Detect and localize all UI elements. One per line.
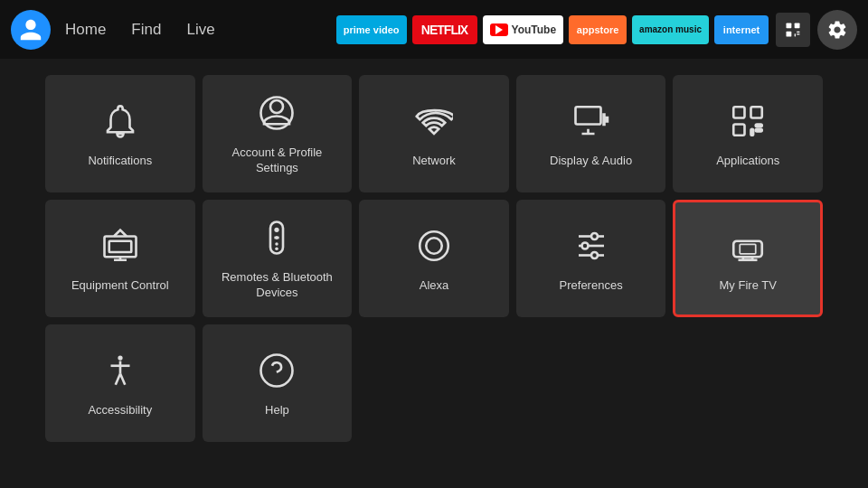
tile-preferences-label: Preferences — [560, 278, 623, 294]
svg-rect-1 — [795, 23, 800, 28]
tile-equipment-control-label: Equipment Control — [71, 278, 169, 294]
svg-point-40 — [261, 354, 293, 386]
nav-home[interactable]: Home — [65, 21, 106, 39]
alexa-icon — [412, 224, 456, 267]
tile-my-fire-tv-label: My Fire TV — [720, 278, 777, 294]
app-internet[interactable]: internet — [714, 15, 769, 44]
tile-accessibility-label: Accessibility — [88, 403, 152, 418]
svg-point-23 — [420, 231, 448, 260]
header: Home Find Live prime video NETFLIX YouTu… — [0, 0, 868, 59]
tile-accessibility[interactable]: Accessibility — [45, 324, 195, 442]
app-shortcuts: prime video NETFLIX YouTube appstore ama… — [336, 15, 769, 44]
svg-rect-0 — [787, 23, 792, 28]
tile-remotes-bluetooth-label: Remotes & Bluetooth Devices — [212, 270, 344, 301]
svg-rect-13 — [756, 124, 762, 127]
svg-rect-8 — [575, 107, 600, 124]
svg-point-24 — [426, 238, 442, 254]
svg-rect-10 — [751, 107, 762, 117]
app-amazon-music[interactable]: amazon music — [632, 15, 709, 44]
svg-rect-14 — [751, 128, 754, 135]
nav-find[interactable]: Find — [131, 21, 161, 39]
svg-rect-32 — [740, 244, 756, 254]
svg-point-22 — [276, 248, 279, 251]
settings-main: Notifications Account & Profile Settings… — [0, 59, 868, 458]
person-circle-icon — [255, 91, 298, 135]
tile-preferences[interactable]: Preferences — [516, 200, 666, 317]
tile-notifications[interactable]: Notifications — [45, 75, 195, 192]
tile-alexa-label: Alexa — [420, 278, 449, 294]
sliders-icon — [570, 224, 613, 267]
svg-rect-5 — [795, 33, 796, 36]
avatar[interactable] — [11, 10, 51, 50]
svg-rect-11 — [733, 124, 744, 135]
header-icons — [776, 10, 857, 50]
tile-display-audio-label: Display & Audio — [550, 154, 632, 169]
settings-gear-button[interactable] — [817, 10, 857, 50]
svg-rect-2 — [787, 31, 792, 36]
svg-point-21 — [276, 242, 279, 246]
tile-network-label: Network — [412, 154, 456, 169]
tile-display-audio[interactable]: Display & Audio — [516, 75, 666, 192]
settings-grid: Notifications Account & Profile Settings… — [45, 75, 823, 442]
svg-point-30 — [591, 252, 598, 258]
tile-network[interactable]: Network — [359, 75, 509, 192]
svg-point-29 — [581, 242, 588, 249]
tile-notifications-label: Notifications — [88, 154, 152, 169]
app-netflix[interactable]: NETFLIX — [412, 15, 477, 44]
accessibility-icon — [99, 349, 142, 392]
nav-links: Home Find Live — [65, 21, 215, 39]
firetv-icon — [726, 224, 769, 267]
tile-alexa[interactable]: Alexa — [359, 200, 509, 317]
svg-point-28 — [591, 233, 598, 239]
tile-help[interactable]: Help — [203, 324, 353, 442]
svg-point-6 — [270, 100, 283, 113]
tile-my-fire-tv[interactable]: My Fire TV — [673, 200, 823, 317]
tile-applications-label: Applications — [716, 154, 779, 169]
tile-equipment-control[interactable]: Equipment Control — [45, 200, 195, 317]
apps-icon — [726, 99, 769, 143]
tile-remotes-bluetooth[interactable]: Remotes & Bluetooth Devices — [203, 200, 353, 317]
remote-icon — [255, 216, 298, 259]
svg-line-38 — [116, 373, 120, 384]
tv-icon — [99, 224, 142, 267]
tile-help-label: Help — [265, 403, 289, 418]
bell-icon — [99, 99, 142, 143]
svg-rect-12 — [756, 128, 762, 131]
tile-account-profile-label: Account & Profile Settings — [212, 145, 344, 176]
app-youtube[interactable]: YouTube — [483, 15, 564, 44]
app-appstore[interactable]: appstore — [569, 15, 627, 44]
svg-rect-4 — [797, 31, 799, 32]
nav-live[interactable]: Live — [186, 21, 214, 39]
svg-point-18 — [275, 228, 279, 232]
svg-rect-9 — [733, 107, 744, 117]
svg-rect-3 — [797, 33, 799, 34]
svg-line-39 — [120, 373, 125, 384]
tile-applications[interactable]: Applications — [673, 75, 823, 192]
grid-icon-button[interactable] — [776, 13, 810, 47]
question-circle-icon — [255, 349, 298, 392]
wifi-icon — [412, 99, 456, 143]
tile-account-profile[interactable]: Account & Profile Settings — [203, 75, 353, 192]
svg-point-35 — [118, 355, 122, 360]
app-prime-video[interactable]: prime video — [336, 15, 407, 44]
svg-rect-16 — [109, 240, 132, 251]
monitor-audio-icon — [570, 99, 613, 143]
